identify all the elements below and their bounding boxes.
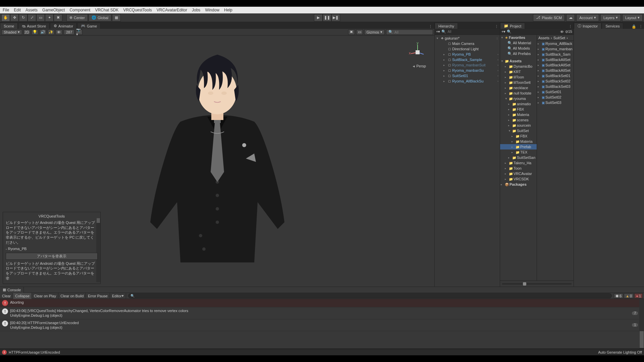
clear-button[interactable]: Clear bbox=[0, 293, 13, 299]
favorite-item[interactable]: 🔍All Prefabs bbox=[500, 51, 537, 56]
step-button[interactable]: ▶❚ bbox=[331, 14, 340, 21]
hide-avatar-button[interactable]: アバターを非表示 bbox=[6, 253, 98, 260]
perspective-label[interactable]: ◄ Persp bbox=[412, 64, 426, 68]
console-search-input[interactable] bbox=[128, 293, 612, 298]
project-asset[interactable]: ▸▣SuitSet03 bbox=[537, 100, 574, 105]
project-folder[interactable]: ▼📁ryouma bbox=[500, 96, 537, 101]
snap-toggle[interactable]: ▦ bbox=[112, 14, 121, 21]
tab-asset-store[interactable]: 🛍Asset Store bbox=[18, 23, 50, 29]
project-asset[interactable]: ▸▣Ryoma_AllBlack bbox=[537, 41, 574, 46]
rect-tool[interactable]: ▭ bbox=[36, 14, 45, 21]
menu-vrchat-sdk[interactable]: VRChat SDK bbox=[95, 8, 118, 12]
tab-hierarchy[interactable]: Hierarchy bbox=[435, 23, 458, 29]
clear-on-build-toggle[interactable]: Clear on Build bbox=[58, 293, 86, 299]
plastic-scm-button[interactable]: ⎇Plastic SCM bbox=[533, 14, 565, 21]
project-folder[interactable]: ▸📁Prefab bbox=[500, 144, 537, 149]
project-folder[interactable]: ▸📁null footste bbox=[500, 90, 537, 96]
gizmos-dropdown[interactable]: Gizmos▾ bbox=[364, 29, 385, 35]
favorite-item[interactable]: 🔍All Material bbox=[500, 40, 537, 46]
rotate-tool[interactable]: ↻ bbox=[19, 14, 28, 21]
layout-dropdown[interactable]: Layout▾ bbox=[622, 14, 643, 21]
pivot-toggle[interactable]: ⊕Center bbox=[66, 14, 88, 21]
menu-component[interactable]: Component bbox=[69, 8, 90, 12]
scene-search[interactable]: 🔍All bbox=[386, 29, 433, 35]
menu-vrcavatareditor[interactable]: VRCAvatarEditor bbox=[157, 8, 187, 12]
pause-button[interactable]: ❚❚ bbox=[323, 14, 331, 21]
menu-help[interactable]: Help bbox=[224, 8, 232, 12]
project-search-input[interactable] bbox=[513, 30, 558, 34]
project-folder[interactable]: ▸📁SuitSetSan bbox=[500, 155, 537, 160]
shading-mode-dropdown[interactable]: Shaded▾ bbox=[1, 29, 22, 35]
cloud-button[interactable]: ☁ bbox=[566, 14, 575, 21]
project-asset[interactable]: ▸▣Ryoma_manban bbox=[537, 46, 574, 52]
project-folder[interactable]: ▸📁KRT bbox=[500, 69, 537, 74]
scale-tool[interactable]: ⤢ bbox=[28, 14, 36, 21]
tab-console[interactable]: ▦Console bbox=[0, 287, 24, 293]
info-count[interactable]: ◉6 bbox=[614, 293, 623, 298]
tab-menu-icon[interactable]: ⋮ bbox=[427, 24, 434, 29]
project-asset[interactable]: ▸▣SuitBlack_Sam bbox=[537, 52, 574, 57]
project-asset[interactable]: ▸▣SuitBlackSet03 bbox=[537, 84, 574, 89]
audio-toggle[interactable]: 🔊 bbox=[40, 29, 46, 35]
hierarchy-item[interactable]: ▢Main Camera bbox=[435, 41, 500, 46]
orientation-gizmo[interactable]: y x bbox=[408, 42, 428, 62]
filter-icon[interactable]: 👁 bbox=[560, 30, 564, 34]
project-asset[interactable]: ▸▣SuitSet02 bbox=[537, 95, 574, 100]
menu-assets[interactable]: Assets bbox=[25, 8, 38, 12]
breadcrumb-assets[interactable]: Assets bbox=[538, 36, 549, 40]
project-folder[interactable]: ▸📁FBX bbox=[500, 107, 537, 112]
project-folder[interactable]: ▸📁necklace bbox=[500, 85, 537, 90]
project-folder[interactable]: ▸📁DynamicBo bbox=[500, 64, 537, 69]
move-tool[interactable]: ✥ bbox=[10, 14, 19, 21]
project-folder[interactable]: ▼📁SuitSet bbox=[500, 128, 537, 133]
project-folder[interactable]: ▸📁Toon bbox=[500, 166, 537, 171]
project-folder[interactable]: ▸📁sourcein bbox=[500, 123, 537, 128]
favorite-item[interactable]: 🔍All Models bbox=[500, 46, 537, 51]
hierarchy-item[interactable]: ▸▢Ryoma_manbanSu› bbox=[435, 68, 500, 73]
hierarchy-item[interactable]: ▸▢SuitBlack_Sample› bbox=[435, 57, 500, 62]
project-folder[interactable]: ▸📁lilToon bbox=[500, 74, 537, 80]
hierarchy-menu-icon[interactable]: ⋮ bbox=[493, 24, 500, 29]
assets-header[interactable]: ▼📁Assets bbox=[500, 58, 537, 64]
collapse-toggle[interactable]: Collapse bbox=[13, 293, 32, 299]
console-log-row[interactable]: !Aborting bbox=[0, 299, 644, 307]
project-folder[interactable]: ▸📁Materia bbox=[500, 112, 537, 117]
play-button[interactable]: ▶ bbox=[314, 14, 323, 21]
hierarchy-item[interactable]: ▸▢Ryoma_manbanSuit› bbox=[435, 62, 500, 68]
hierarchy-item[interactable]: ▸▢Ryoma_AllBlackSu› bbox=[435, 78, 500, 84]
hierarchy-item[interactable]: ▸▢SuitSet01› bbox=[435, 73, 500, 78]
console-scrollbar[interactable] bbox=[639, 299, 644, 349]
scene-view[interactable]: y x ◄ Persp VRCQuestTools ビルドターゲットが Andr… bbox=[0, 36, 434, 287]
project-menu-icon[interactable]: ⋮ bbox=[567, 24, 574, 29]
scene-root[interactable]: ▼⬘ gakuran* ⋮ bbox=[435, 36, 500, 41]
project-asset[interactable]: ▸▣SuitBlackSet02 bbox=[537, 78, 574, 84]
project-asset[interactable]: ▸▣SuitBlackAllSet bbox=[537, 68, 574, 73]
packages-header[interactable]: ▸📦Packages bbox=[500, 182, 537, 187]
favorites-header[interactable]: ▼★Favorites bbox=[500, 35, 537, 40]
tool-settings[interactable]: ▭ bbox=[356, 29, 363, 35]
fx-toggle[interactable]: ✨ bbox=[48, 29, 54, 35]
add-icon[interactable]: +▾ bbox=[436, 29, 440, 34]
tab-inspector[interactable]: ⓘInspector bbox=[574, 23, 601, 29]
space-toggle[interactable]: 🌐Global bbox=[89, 14, 111, 21]
project-asset[interactable]: ▸▣SuitBlackSet01 bbox=[537, 73, 574, 78]
hierarchy-search-input[interactable] bbox=[447, 30, 498, 34]
menu-file[interactable]: File bbox=[3, 8, 9, 12]
project-folder[interactable]: ▸📁VRCAvatar bbox=[500, 171, 537, 176]
console-log-row[interactable]: ![00:43:06] [VRCQuestTools] HierarchyCha… bbox=[0, 307, 644, 319]
menu-vrcquesttools[interactable]: VRCQuestTools bbox=[123, 8, 152, 12]
error-pause-toggle[interactable]: Error Pause bbox=[86, 293, 110, 299]
project-zoom-slider[interactable] bbox=[500, 281, 574, 287]
custom-tool[interactable]: ✖ bbox=[54, 14, 62, 21]
inspector-lock-icon[interactable]: 🔒 bbox=[630, 24, 638, 29]
hierarchy-item[interactable]: ▸▢Ryoma_PB› bbox=[435, 52, 500, 57]
tab-animator[interactable]: ⚙Animator bbox=[50, 23, 77, 29]
status-error-icon[interactable]: ! bbox=[2, 350, 7, 355]
error-count[interactable]: ●1 bbox=[634, 293, 643, 298]
breadcrumb-folder[interactable]: SuitSet bbox=[553, 36, 565, 40]
account-dropdown[interactable]: Account▾ bbox=[576, 14, 599, 21]
camera-settings[interactable]: 📷▾ bbox=[76, 29, 83, 35]
hierarchy-item[interactable]: ▢Directional Light bbox=[435, 46, 500, 52]
project-folder[interactable]: ▸📁scenes bbox=[500, 117, 537, 123]
hand-tool[interactable]: ✋ bbox=[1, 14, 10, 21]
